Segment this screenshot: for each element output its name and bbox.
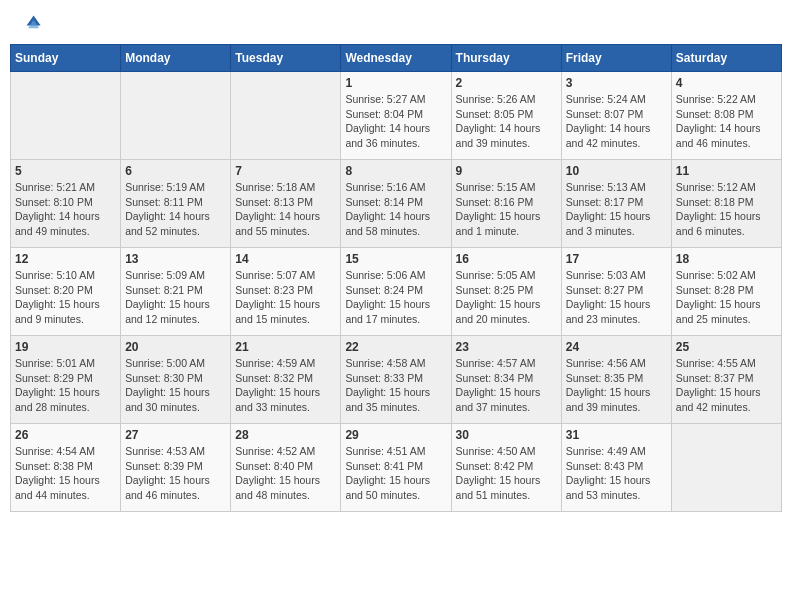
calendar-cell: 23Sunrise: 4:57 AMSunset: 8:34 PMDayligh… [451, 336, 561, 424]
day-number: 2 [456, 76, 557, 90]
calendar-cell: 1Sunrise: 5:27 AMSunset: 8:04 PMDaylight… [341, 72, 451, 160]
logo-icon [14, 10, 42, 38]
day-number: 18 [676, 252, 777, 266]
day-info: Sunrise: 5:01 AMSunset: 8:29 PMDaylight:… [15, 356, 116, 415]
day-number: 26 [15, 428, 116, 442]
weekday-header: Sunday [11, 45, 121, 72]
day-info: Sunrise: 5:05 AMSunset: 8:25 PMDaylight:… [456, 268, 557, 327]
day-number: 5 [15, 164, 116, 178]
day-info: Sunrise: 5:10 AMSunset: 8:20 PMDaylight:… [15, 268, 116, 327]
calendar-cell: 27Sunrise: 4:53 AMSunset: 8:39 PMDayligh… [121, 424, 231, 512]
day-number: 8 [345, 164, 446, 178]
day-info: Sunrise: 5:07 AMSunset: 8:23 PMDaylight:… [235, 268, 336, 327]
calendar-cell: 13Sunrise: 5:09 AMSunset: 8:21 PMDayligh… [121, 248, 231, 336]
calendar-cell: 20Sunrise: 5:00 AMSunset: 8:30 PMDayligh… [121, 336, 231, 424]
day-number: 14 [235, 252, 336, 266]
day-info: Sunrise: 4:58 AMSunset: 8:33 PMDaylight:… [345, 356, 446, 415]
page-header [10, 10, 782, 38]
weekday-header: Monday [121, 45, 231, 72]
day-info: Sunrise: 5:09 AMSunset: 8:21 PMDaylight:… [125, 268, 226, 327]
calendar-cell: 15Sunrise: 5:06 AMSunset: 8:24 PMDayligh… [341, 248, 451, 336]
calendar-cell: 12Sunrise: 5:10 AMSunset: 8:20 PMDayligh… [11, 248, 121, 336]
day-number: 6 [125, 164, 226, 178]
day-number: 7 [235, 164, 336, 178]
calendar-cell: 25Sunrise: 4:55 AMSunset: 8:37 PMDayligh… [671, 336, 781, 424]
day-info: Sunrise: 4:55 AMSunset: 8:37 PMDaylight:… [676, 356, 777, 415]
day-info: Sunrise: 4:56 AMSunset: 8:35 PMDaylight:… [566, 356, 667, 415]
calendar-cell [121, 72, 231, 160]
day-info: Sunrise: 5:06 AMSunset: 8:24 PMDaylight:… [345, 268, 446, 327]
day-number: 11 [676, 164, 777, 178]
day-number: 31 [566, 428, 667, 442]
day-number: 4 [676, 76, 777, 90]
calendar-cell [671, 424, 781, 512]
day-number: 19 [15, 340, 116, 354]
day-info: Sunrise: 5:12 AMSunset: 8:18 PMDaylight:… [676, 180, 777, 239]
day-info: Sunrise: 5:27 AMSunset: 8:04 PMDaylight:… [345, 92, 446, 151]
day-info: Sunrise: 5:21 AMSunset: 8:10 PMDaylight:… [15, 180, 116, 239]
day-number: 1 [345, 76, 446, 90]
weekday-header: Friday [561, 45, 671, 72]
calendar-header: SundayMondayTuesdayWednesdayThursdayFrid… [11, 45, 782, 72]
calendar-cell: 22Sunrise: 4:58 AMSunset: 8:33 PMDayligh… [341, 336, 451, 424]
day-number: 30 [456, 428, 557, 442]
calendar-cell: 30Sunrise: 4:50 AMSunset: 8:42 PMDayligh… [451, 424, 561, 512]
calendar-cell: 31Sunrise: 4:49 AMSunset: 8:43 PMDayligh… [561, 424, 671, 512]
day-info: Sunrise: 5:03 AMSunset: 8:27 PMDaylight:… [566, 268, 667, 327]
day-info: Sunrise: 4:59 AMSunset: 8:32 PMDaylight:… [235, 356, 336, 415]
calendar-week: 1Sunrise: 5:27 AMSunset: 8:04 PMDaylight… [11, 72, 782, 160]
calendar-body: 1Sunrise: 5:27 AMSunset: 8:04 PMDaylight… [11, 72, 782, 512]
calendar-week: 12Sunrise: 5:10 AMSunset: 8:20 PMDayligh… [11, 248, 782, 336]
logo [14, 10, 46, 38]
weekday-header: Tuesday [231, 45, 341, 72]
day-info: Sunrise: 4:52 AMSunset: 8:40 PMDaylight:… [235, 444, 336, 503]
calendar: SundayMondayTuesdayWednesdayThursdayFrid… [10, 44, 782, 512]
calendar-cell: 29Sunrise: 4:51 AMSunset: 8:41 PMDayligh… [341, 424, 451, 512]
day-info: Sunrise: 4:50 AMSunset: 8:42 PMDaylight:… [456, 444, 557, 503]
day-number: 9 [456, 164, 557, 178]
day-info: Sunrise: 5:24 AMSunset: 8:07 PMDaylight:… [566, 92, 667, 151]
calendar-cell: 2Sunrise: 5:26 AMSunset: 8:05 PMDaylight… [451, 72, 561, 160]
day-info: Sunrise: 4:49 AMSunset: 8:43 PMDaylight:… [566, 444, 667, 503]
calendar-cell: 3Sunrise: 5:24 AMSunset: 8:07 PMDaylight… [561, 72, 671, 160]
day-number: 27 [125, 428, 226, 442]
calendar-cell [231, 72, 341, 160]
calendar-cell: 14Sunrise: 5:07 AMSunset: 8:23 PMDayligh… [231, 248, 341, 336]
calendar-cell: 4Sunrise: 5:22 AMSunset: 8:08 PMDaylight… [671, 72, 781, 160]
calendar-cell: 24Sunrise: 4:56 AMSunset: 8:35 PMDayligh… [561, 336, 671, 424]
calendar-cell: 16Sunrise: 5:05 AMSunset: 8:25 PMDayligh… [451, 248, 561, 336]
day-number: 24 [566, 340, 667, 354]
day-number: 25 [676, 340, 777, 354]
weekday-header: Saturday [671, 45, 781, 72]
day-info: Sunrise: 4:57 AMSunset: 8:34 PMDaylight:… [456, 356, 557, 415]
day-info: Sunrise: 4:54 AMSunset: 8:38 PMDaylight:… [15, 444, 116, 503]
weekday-header: Wednesday [341, 45, 451, 72]
calendar-week: 26Sunrise: 4:54 AMSunset: 8:38 PMDayligh… [11, 424, 782, 512]
calendar-week: 19Sunrise: 5:01 AMSunset: 8:29 PMDayligh… [11, 336, 782, 424]
day-info: Sunrise: 4:53 AMSunset: 8:39 PMDaylight:… [125, 444, 226, 503]
calendar-cell: 11Sunrise: 5:12 AMSunset: 8:18 PMDayligh… [671, 160, 781, 248]
calendar-cell: 26Sunrise: 4:54 AMSunset: 8:38 PMDayligh… [11, 424, 121, 512]
calendar-cell: 10Sunrise: 5:13 AMSunset: 8:17 PMDayligh… [561, 160, 671, 248]
calendar-cell [11, 72, 121, 160]
day-number: 22 [345, 340, 446, 354]
calendar-cell: 9Sunrise: 5:15 AMSunset: 8:16 PMDaylight… [451, 160, 561, 248]
day-number: 17 [566, 252, 667, 266]
day-info: Sunrise: 5:19 AMSunset: 8:11 PMDaylight:… [125, 180, 226, 239]
day-number: 12 [15, 252, 116, 266]
day-info: Sunrise: 5:26 AMSunset: 8:05 PMDaylight:… [456, 92, 557, 151]
day-number: 20 [125, 340, 226, 354]
calendar-cell: 7Sunrise: 5:18 AMSunset: 8:13 PMDaylight… [231, 160, 341, 248]
day-info: Sunrise: 5:18 AMSunset: 8:13 PMDaylight:… [235, 180, 336, 239]
calendar-cell: 28Sunrise: 4:52 AMSunset: 8:40 PMDayligh… [231, 424, 341, 512]
day-number: 10 [566, 164, 667, 178]
day-info: Sunrise: 5:15 AMSunset: 8:16 PMDaylight:… [456, 180, 557, 239]
calendar-cell: 6Sunrise: 5:19 AMSunset: 8:11 PMDaylight… [121, 160, 231, 248]
day-info: Sunrise: 5:22 AMSunset: 8:08 PMDaylight:… [676, 92, 777, 151]
day-number: 28 [235, 428, 336, 442]
weekday-header: Thursday [451, 45, 561, 72]
day-info: Sunrise: 4:51 AMSunset: 8:41 PMDaylight:… [345, 444, 446, 503]
day-info: Sunrise: 5:13 AMSunset: 8:17 PMDaylight:… [566, 180, 667, 239]
calendar-cell: 18Sunrise: 5:02 AMSunset: 8:28 PMDayligh… [671, 248, 781, 336]
day-number: 29 [345, 428, 446, 442]
